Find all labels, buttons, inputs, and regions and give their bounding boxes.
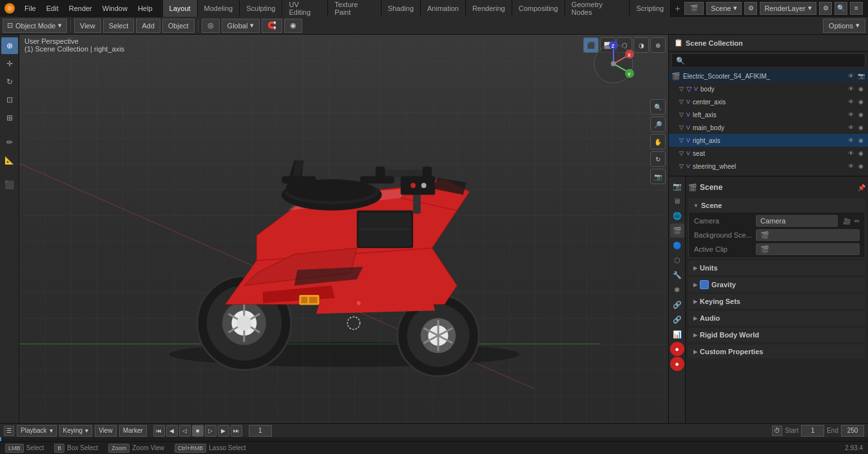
props-render-btn[interactable]: 📷 (670, 179, 684, 193)
steer-visibility[interactable]: 👁 (846, 162, 855, 171)
object-menu-btn[interactable]: Object (162, 19, 195, 33)
cursor-tool-btn[interactable]: ⊕ (1, 37, 18, 54)
menu-render[interactable]: Render (64, 0, 97, 17)
select-menu-btn[interactable]: Select (103, 19, 135, 33)
props-output-btn[interactable]: 🖥 (670, 194, 684, 208)
tab-sculpting[interactable]: Sculpting (240, 0, 282, 17)
menu-help[interactable]: Help (133, 0, 158, 17)
renderlayer-select[interactable]: RenderLayer ▾ (760, 2, 816, 15)
center-visibility[interactable]: 👁 (846, 97, 855, 106)
menu-window[interactable]: Window (97, 0, 133, 17)
search-btn[interactable]: 🔍 (834, 2, 847, 15)
renderlayer-settings-btn[interactable]: ⚙ (819, 2, 832, 15)
timeline-menu-btn[interactable]: ☰ (4, 426, 14, 436)
tab-uv-editing[interactable]: UV Editing (282, 0, 328, 17)
outliner-item-steering[interactable]: ▽ V steering_wheel 👁 ◉ (669, 160, 868, 173)
props-physics-btn[interactable]: 🔗 (670, 298, 684, 312)
zoom-in-btn[interactable]: 🔍 (650, 99, 666, 115)
measure-tool-btn[interactable]: 📐 (1, 152, 18, 169)
menu-edit[interactable]: Edit (41, 0, 64, 17)
outliner-item-body[interactable]: ▽ ▽ V body 👁 ◉ (669, 82, 868, 95)
add-menu-btn[interactable]: Add (136, 19, 160, 33)
props-audio-header[interactable]: ▶ Audio (688, 311, 865, 325)
scene-select[interactable]: Scene ▾ (706, 2, 742, 15)
play-reverse-btn[interactable]: ◁ (179, 425, 191, 437)
props-gravity-header[interactable]: ▶ Gravity (688, 278, 865, 292)
props-rigid-body-header[interactable]: ▶ Rigid Body World (688, 328, 865, 342)
outliner-item-steering-paint[interactable]: ▽ V steering_wheel_paint 👁 ◉ (669, 173, 868, 176)
body-select[interactable]: ◉ (856, 84, 865, 93)
gravity-checkbox[interactable] (700, 280, 709, 289)
tab-compositing[interactable]: Compositing (512, 0, 565, 17)
current-frame-input[interactable]: 1 (249, 425, 272, 437)
tab-layout[interactable]: Layout (163, 0, 198, 17)
add-workspace-button[interactable]: + (671, 1, 684, 15)
props-scene-btn[interactable]: 🎬 (670, 223, 684, 238)
transform-tool-btn[interactable]: ⊞ (1, 109, 18, 126)
props-scene-section-header[interactable]: ▼ Scene (688, 198, 865, 213)
right-visibility[interactable]: 👁 (846, 136, 855, 145)
view-menu-btn[interactable]: View (74, 19, 101, 33)
steer-select[interactable]: ◉ (856, 162, 865, 171)
transform-pivot-btn[interactable]: ◎ (202, 19, 220, 33)
tab-modeling[interactable]: Modeling (198, 0, 240, 17)
tab-rendering[interactable]: Rendering (466, 0, 512, 17)
snap-btn[interactable]: 🧲 (262, 19, 282, 33)
camera-picker-btn[interactable]: 🎥 (843, 218, 851, 225)
move-tool-btn[interactable]: ✛ (1, 55, 18, 72)
props-world-btn[interactable]: 🔵 (670, 238, 684, 252)
start-frame-input[interactable]: 1 (801, 425, 824, 437)
steer-paint-select[interactable]: ◉ (856, 175, 865, 176)
visibility-icon[interactable]: 👁 (846, 71, 855, 80)
proportional-edit-btn[interactable]: ◉ (284, 19, 302, 33)
props-pin-btn[interactable]: 📌 (858, 184, 865, 191)
playback-btn[interactable]: Playback ▾ (17, 425, 57, 437)
object-mode-select[interactable]: ⊡ Object Mode ▾ (3, 19, 67, 33)
next-keyframe-btn[interactable]: ▶ (218, 425, 229, 437)
main-visibility[interactable]: 👁 (846, 123, 855, 132)
camera-edit-btn[interactable]: ✏ (854, 218, 860, 225)
center-select[interactable]: ◉ (856, 97, 865, 106)
camera-exclude-icon[interactable]: 📷 (856, 71, 865, 80)
tab-texture-paint[interactable]: Texture Paint (328, 0, 381, 17)
props-keying-header[interactable]: ▶ Keying Sets (688, 294, 865, 308)
props-units-header[interactable]: ▶ Units (688, 261, 865, 275)
jump-end-btn[interactable]: ⏭ (231, 425, 242, 437)
tab-geometry-nodes[interactable]: Geometry Nodes (565, 0, 630, 17)
menu-file[interactable]: File (19, 0, 41, 17)
props-custom-header[interactable]: ▶ Custom Properties (688, 345, 865, 359)
filter-btn[interactable]: ≡ (850, 2, 863, 15)
scale-tool-btn[interactable]: ⊡ (1, 91, 18, 108)
outliner-item-main-body[interactable]: ▽ V main_body 👁 ◉ (669, 121, 868, 134)
pan-btn[interactable]: ✋ (650, 134, 666, 149)
tab-shading[interactable]: Shading (381, 0, 421, 17)
outliner-search[interactable]: 🔍 (671, 53, 865, 68)
outliner-item-root[interactable]: 🎬 Electric_Scooter_S4_AFIKIM_ 👁 📷 (669, 70, 868, 82)
add-object-tool-btn[interactable]: ⬛ (1, 176, 18, 193)
scene-settings-btn[interactable]: ⚙ (744, 2, 757, 15)
seat-select[interactable]: ◉ (856, 149, 865, 158)
left-visibility[interactable]: 👁 (846, 110, 855, 119)
outliner-item-right-axis[interactable]: ▽ V right_axis 👁 ◉ (669, 134, 868, 147)
steer-paint-visibility[interactable]: 👁 (846, 175, 855, 176)
zoom-out-btn[interactable]: 🔎 (650, 117, 666, 132)
props-particles-btn[interactable]: ✱ (670, 283, 684, 297)
marker-btn[interactable]: Marker (119, 425, 147, 437)
jump-start-btn[interactable]: ⏮ (153, 425, 165, 437)
main-select[interactable]: ◉ (856, 123, 865, 132)
viewport-xray-btn[interactable]: ⊕ (650, 37, 666, 53)
tab-scripting[interactable]: Scripting (630, 0, 671, 17)
annotate-tool-btn[interactable]: ✏ (1, 134, 18, 151)
props-view-layer-btn[interactable]: 🌐 (670, 209, 684, 223)
right-select[interactable]: ◉ (856, 136, 865, 145)
clock-icon[interactable]: ⏱ (772, 426, 782, 436)
options-btn[interactable]: Options ▾ (823, 19, 865, 33)
play-btn[interactable]: ▷ (205, 425, 217, 437)
props-data-btn[interactable]: 📊 (670, 327, 684, 341)
keying-btn[interactable]: Keying ▾ (59, 425, 93, 437)
prev-keyframe-btn[interactable]: ◀ (166, 425, 178, 437)
props-material-btn[interactable]: ● (670, 342, 684, 356)
end-frame-input[interactable]: 250 (841, 425, 864, 437)
transform-global-btn[interactable]: Global ▾ (222, 19, 260, 33)
active-clip-value-btn[interactable]: 🎬 (756, 243, 860, 255)
